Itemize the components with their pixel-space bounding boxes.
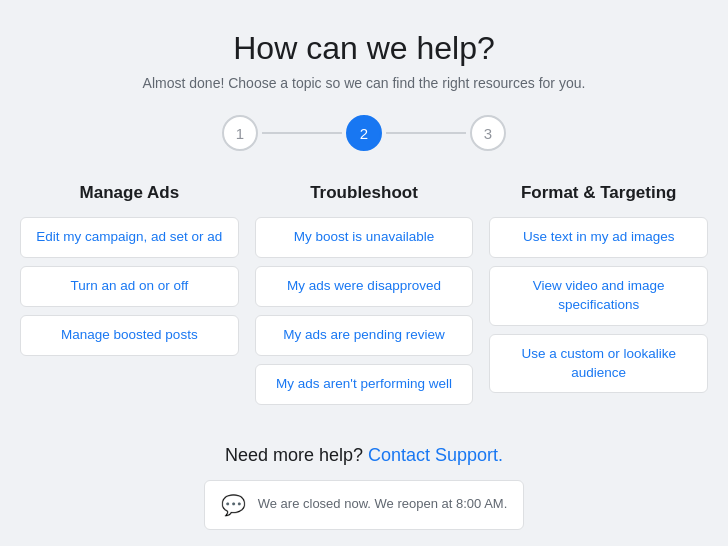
step-1[interactable]: 1 <box>222 115 258 151</box>
option-ads-pending[interactable]: My ads are pending review <box>255 315 474 356</box>
option-boost-unavailable[interactable]: My boost is unavailable <box>255 217 474 258</box>
page-subtitle: Almost done! Choose a topic so we can fi… <box>143 75 586 91</box>
option-manage-boosted[interactable]: Manage boosted posts <box>20 315 239 356</box>
column-troubleshoot: Troubleshoot My boost is unavailable My … <box>255 183 474 413</box>
page-title: How can we help? <box>233 30 494 67</box>
column-troubleshoot-title: Troubleshoot <box>310 183 418 203</box>
option-ads-not-performing[interactable]: My ads aren't performing well <box>255 364 474 405</box>
column-format-targeting-title: Format & Targeting <box>521 183 677 203</box>
option-custom-audience[interactable]: Use a custom or lookalike audience <box>489 334 708 394</box>
option-ads-disapproved[interactable]: My ads were disapproved <box>255 266 474 307</box>
chat-icon: 💬 <box>221 493 246 517</box>
contact-title: Need more help? Contact Support. <box>204 445 525 466</box>
option-text-in-images[interactable]: Use text in my ad images <box>489 217 708 258</box>
closed-box: 💬 We are closed now. We reopen at 8:00 A… <box>204 480 525 530</box>
step-3[interactable]: 3 <box>470 115 506 151</box>
contact-support-link[interactable]: Contact Support. <box>368 445 503 465</box>
option-turn-ad-on-off[interactable]: Turn an ad on or off <box>20 266 239 307</box>
column-manage-ads-title: Manage Ads <box>80 183 180 203</box>
step-line-2 <box>386 132 466 134</box>
stepper: 1 2 3 <box>222 115 506 151</box>
step-line-1 <box>262 132 342 134</box>
column-format-targeting: Format & Targeting Use text in my ad ima… <box>489 183 708 413</box>
closed-message: We are closed now. We reopen at 8:00 AM. <box>258 495 508 513</box>
column-manage-ads: Manage Ads Edit my campaign, ad set or a… <box>20 183 239 413</box>
topic-columns: Manage Ads Edit my campaign, ad set or a… <box>20 183 708 413</box>
option-video-image-specs[interactable]: View video and image specifications <box>489 266 708 326</box>
option-edit-campaign[interactable]: Edit my campaign, ad set or ad <box>20 217 239 258</box>
step-2[interactable]: 2 <box>346 115 382 151</box>
contact-section: Need more help? Contact Support. 💬 We ar… <box>204 445 525 530</box>
